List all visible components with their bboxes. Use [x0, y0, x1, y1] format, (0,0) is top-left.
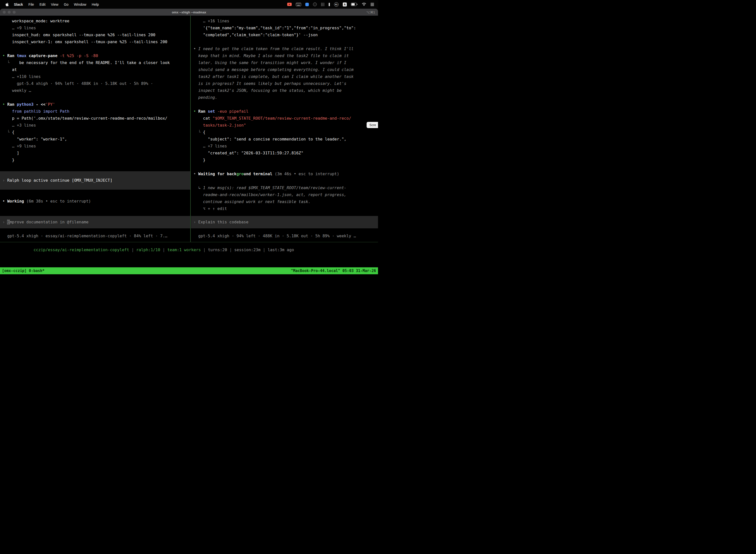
menu-item-file[interactable]: File — [26, 2, 37, 6]
prompt-input-left[interactable]: › Improve documentation in @filename — [0, 216, 190, 228]
terminal-line: tasks/task-2.json" — [193, 122, 376, 129]
window-titlebar[interactable]: omx --xhigh --madmax ⌥⌘1 — [0, 9, 378, 16]
terminal-line: should send a message before completing … — [193, 66, 376, 73]
terminal-line — [193, 101, 376, 108]
terminal-line: "created_at": "2026-03-31T11:59:27.816Z" — [193, 150, 376, 157]
terminal-line: └ { — [193, 129, 376, 136]
terminal-line: at — [2, 66, 188, 73]
terminal-line: ⌥ + ↑ edit — [193, 205, 376, 212]
blue-app-icon[interactable] — [305, 3, 309, 6]
battery-icon[interactable] — [351, 3, 358, 6]
pane-divider[interactable] — [190, 16, 191, 242]
terminal[interactable]: workspace_mode: worktree … +9 lines insp… — [0, 16, 378, 242]
screen-recording-icon[interactable] — [287, 3, 292, 6]
terminal-line: … +7 lines — [193, 143, 376, 150]
menu-item-view[interactable]: View — [48, 2, 61, 6]
apple-logo-icon[interactable] — [3, 2, 11, 6]
terminal-line: ↳ 1 new msg(s): read $OMX_TEAM_STATE_ROO… — [193, 184, 376, 191]
zoom-button[interactable] — [13, 11, 16, 14]
terminal-line: ] — [2, 150, 188, 157]
keyboard-icon[interactable] — [296, 3, 301, 6]
battery-badge-icon[interactable]: 61 — [334, 2, 338, 7]
terminal-line — [2, 45, 188, 52]
terminal-line: continue assigned work or next feasible … — [193, 198, 376, 205]
terminal-line: from pathlib import Path — [2, 108, 188, 115]
terminal-line: └ { — [2, 129, 188, 136]
tmux-host-clock: "MacBook-Pro-44.local" 05:03 31-Mar-26 — [291, 269, 376, 273]
terminal-line: • Ran python3 - <<'PY' — [2, 101, 188, 108]
tmux-statusbar: [omx-cczip] 0:bash* "MacBook-Pro-44.loca… — [0, 267, 378, 274]
menu-item-edit[interactable]: Edit — [37, 2, 48, 6]
terminal-line: └ be necessary for the end of the README… — [2, 59, 188, 66]
battery-badge-value: 61 — [335, 3, 337, 6]
terminal-line: pending. — [193, 94, 376, 101]
omx-statusline: [OMX#0.11.9] cczip/essay/ai-reimplementa… — [2, 246, 378, 254]
terminal-line: readme-and-reco/mailbox/worker-1.json, a… — [193, 191, 376, 198]
window-shortcut: ⌥⌘1 — [366, 10, 378, 14]
terminal-line: … +9 lines — [2, 24, 188, 32]
terminal-line — [193, 39, 376, 45]
wifi-icon[interactable] — [362, 3, 366, 6]
terminal-line: keep that in mind. Maybe I also need the… — [193, 52, 376, 59]
terminal-line: inspect task2's JSON, focusing on the st… — [193, 87, 376, 94]
close-button[interactable] — [3, 11, 6, 14]
input-source-label: A — [344, 3, 346, 6]
terminal-pane-right[interactable]: … +16 lines '{"team_name":"my-team","tas… — [191, 16, 378, 242]
dots-grid-icon[interactable] — [321, 3, 324, 6]
active-app-name[interactable]: Slack — [11, 2, 26, 6]
terminal-line: • Waiting for background terminal (3m 46… — [193, 170, 376, 177]
tmux-session-label: [omx-cczip] 0:bash* — [2, 269, 45, 273]
terminal-window: omx --xhigh --madmax ⌥⌘1 workspace_mode:… — [0, 9, 378, 277]
terminal-line: • Ran tmux capture-pane -t %25 -p -S -80 — [2, 52, 188, 59]
terminal-line: … +3 lines — [2, 122, 188, 129]
terminal-line: … +9 lines — [2, 143, 188, 150]
terminal-line — [193, 164, 376, 170]
menubar: Slack FileEditViewGoWindowHelp 61 A — [0, 0, 378, 9]
terminal-line: • Ran set -euo pipefail — [193, 108, 376, 115]
menubar-menus: Slack FileEditViewGoWindowHelp — [3, 2, 102, 6]
menu-item-go[interactable]: Go — [61, 2, 71, 6]
terminal-line — [2, 164, 188, 170]
screenshot-popover[interactable]: Scre — [367, 122, 378, 128]
list-icon[interactable] — [371, 3, 374, 6]
terminal-line: workspace_mode: worktree — [2, 18, 188, 24]
terminal-line: } — [2, 157, 188, 164]
terminal-line: • I need to get the claim token from the… — [193, 45, 376, 52]
pane-status-left: gpt-5.4 xhigh · essay/ai-reimplementatio… — [2, 233, 188, 239]
terminal-line — [2, 94, 188, 101]
dark-app-icon[interactable] — [313, 2, 317, 6]
menu-item-help[interactable]: Help — [89, 2, 102, 6]
ralph-loop-banner[interactable]: › Ralph loop active continue [OMX_TMUX_I… — [0, 171, 190, 189]
terminal-line: "completed","claim_token":"claim-token"}… — [193, 32, 376, 39]
terminal-line — [193, 177, 376, 184]
minimize-button[interactable] — [8, 11, 11, 14]
terminal-line: gpt-5.4 xhigh · 94% left · 488K in · 5.1… — [2, 80, 188, 87]
window-controls — [0, 11, 16, 14]
terminal-line: "subject": "send a concise recommendatio… — [193, 136, 376, 143]
apple-logo-icon — [5, 2, 9, 6]
terminal-line: is in progress? It seems likely but perh… — [193, 80, 376, 87]
terminal-line: cat "$OMX_TEAM_STATE_ROOT/team/review-cu… — [193, 115, 376, 122]
terminal-line: … +110 lines — [2, 73, 188, 80]
terminal-line: task2 after task1 is complete, but can I… — [193, 73, 376, 80]
prompt-input-right[interactable]: › Explain this codebase — [191, 216, 378, 228]
terminal-line: … +16 lines — [193, 18, 376, 24]
terminal-pane-left[interactable]: workspace_mode: worktree … +9 lines insp… — [0, 16, 190, 242]
terminal-line: inspect_hud: omx sparkshell --tmux-pane … — [2, 32, 188, 39]
terminal-line: • Working (6m 38s • esc to interrupt) — [2, 198, 188, 205]
pane-status-right: gpt-5.4 xhigh · 94% left · 488K in · 5.1… — [193, 233, 376, 239]
window-title: omx --xhigh --madmax — [0, 10, 378, 14]
terminal-line: '{"team_name":"my-team","task_id":"1","f… — [193, 24, 376, 32]
terminal-line: p = Path('.omx/state/team/review-current… — [2, 115, 188, 122]
terminal-line: weekly … — [2, 87, 188, 94]
input-source-icon[interactable]: A — [343, 2, 347, 6]
terminal-line: } — [193, 157, 376, 164]
key-icon[interactable] — [329, 3, 330, 6]
terminal-line: inspect_worker-1: omx sparkshell --tmux-… — [2, 39, 188, 45]
terminal-line: "worker": "worker-1", — [2, 136, 188, 143]
menu-item-window[interactable]: Window — [71, 2, 89, 6]
terminal-line: later. Using the same for transition mig… — [193, 59, 376, 66]
menubar-status-icons: 61 A — [287, 2, 375, 7]
